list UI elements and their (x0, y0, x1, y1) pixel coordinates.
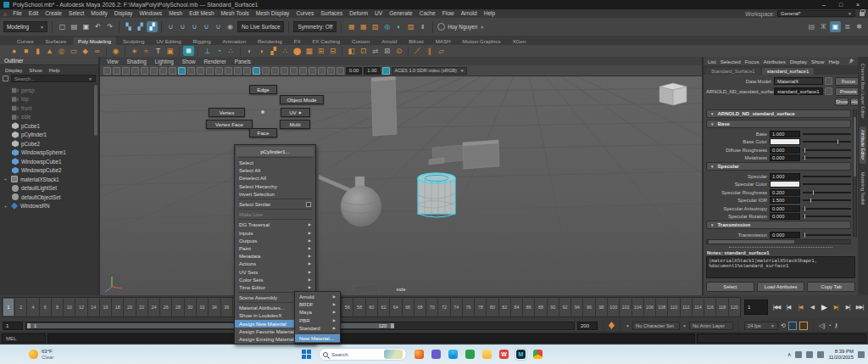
menu-windows[interactable]: Windows (136, 9, 165, 18)
bridge-icon[interactable]: ⊟ (327, 46, 338, 56)
ae-menu-focus[interactable]: Focus (745, 59, 760, 64)
outliner-item-windowspcube1[interactable]: WindowspCube1 (12, 157, 98, 166)
timeline-ruler[interactable]: 1 24681012141618202224262830323436384042… (2, 297, 741, 317)
go-to-end-button[interactable]: ▶▶| (854, 304, 865, 311)
poly-sphere-icon[interactable]: ● (8, 46, 19, 56)
attribute-hscrollbar[interactable] (706, 239, 851, 244)
outliner-item-defaultobjectset[interactable]: defaultObjectSet (12, 193, 98, 202)
outliner-item-pcube1[interactable]: pCube1 (12, 121, 98, 131)
timeline-tick[interactable]: 58 (353, 298, 364, 316)
snap-view-plane-icon[interactable]: ∪ (213, 21, 224, 32)
curve-tool-icon[interactable]: ∗ (129, 46, 140, 56)
poly-count-icon[interactable]: ▦ (183, 46, 194, 56)
wifi-icon[interactable] (806, 351, 813, 358)
outliner-menu-display[interactable]: Display (5, 67, 22, 73)
color-swatch[interactable] (770, 138, 800, 145)
animation-prefs-icon[interactable] (799, 322, 808, 330)
attribute-scrollbar[interactable] (853, 109, 857, 237)
hypershade-icon[interactable]: ◎ (381, 21, 392, 32)
tray-expand-icon[interactable]: ∧ (787, 351, 792, 358)
dolly-tool-icon[interactable] (131, 67, 139, 75)
viewport-menu-renderer[interactable]: Renderer (203, 59, 225, 64)
timeline-tick[interactable]: 68 (414, 298, 426, 316)
multi-cut-icon[interactable]: ／ (412, 46, 423, 56)
go-to-start-button[interactable]: |◀◀ (771, 304, 782, 311)
marking-menu-edge[interactable]: Edge (249, 85, 277, 94)
shelf-tab-mash[interactable]: MASH (431, 37, 456, 45)
attr-value-field[interactable]: 0.000 (770, 147, 800, 154)
section-arnold-nd-standard-surface[interactable]: ▼ARNOLD_ND_standard_surface (706, 109, 851, 118)
menu-generate[interactable]: Generate (386, 9, 416, 18)
field-chart-icon[interactable] (215, 67, 223, 75)
character-icon[interactable] (159, 67, 167, 75)
side-tab-modeling-toolkit[interactable]: Modeling Toolkit (860, 169, 866, 209)
gamma-icon[interactable] (337, 67, 344, 75)
redo-icon[interactable]: ↷ (104, 21, 115, 32)
timeline-tick[interactable]: 6 (39, 298, 51, 316)
outliner-item-persp[interactable]: persp (12, 86, 98, 95)
pause-viewport-icon[interactable]: ‖ (417, 21, 428, 32)
symmetry-field[interactable]: Symmetry: Off (293, 21, 337, 32)
track-tool-icon[interactable] (122, 67, 130, 75)
ae-tab-standard-surface1[interactable]: standard_surface1 (762, 68, 815, 75)
pin-icon[interactable] (849, 59, 854, 64)
color-swatch[interactable] (770, 181, 800, 188)
shelf-tab-uv-editing[interactable]: UV Editing (151, 37, 186, 45)
range-start-handle[interactable] (27, 323, 31, 328)
outliner-item-pcylinder1[interactable]: pCylinder1 (12, 131, 98, 140)
notification-center-icon[interactable] (858, 351, 865, 358)
outliner-item-top[interactable]: top (12, 95, 98, 104)
snap-time-icon[interactable]: ◔ (214, 46, 225, 56)
menu-help[interactable]: Help (481, 9, 499, 18)
ae-menu-help[interactable]: Help (829, 59, 840, 64)
construction-plane-icon[interactable]: ⊥ (202, 46, 213, 56)
ae-menu-show[interactable]: Show (811, 59, 824, 64)
combine-icon[interactable]: ◗ (256, 46, 267, 56)
menu-edit[interactable]: Edit (25, 9, 42, 18)
submenu-brdf[interactable]: BRDF▶ (295, 300, 340, 308)
slider-handle[interactable] (804, 232, 806, 238)
section-transmission[interactable]: ▼Transmission (706, 221, 851, 229)
timeline-tick[interactable]: 12 (75, 298, 86, 316)
anim-snap-icon[interactable]: ⚷ (834, 322, 838, 329)
menu-file[interactable]: File (9, 9, 25, 18)
textured-mode-icon[interactable] (262, 67, 270, 75)
poly-torus-icon[interactable]: ◎ (56, 46, 67, 56)
marking-menu-object-mode[interactable]: Object Mode (280, 95, 324, 104)
extract-icon[interactable]: ∴ (280, 46, 291, 56)
context-menu-dg-traversal[interactable]: DG Traversal▶ (235, 221, 315, 228)
shelf-tab-motion-graphics[interactable]: Motion Graphics (458, 37, 506, 45)
timeline-tick[interactable]: 62 (377, 298, 389, 316)
weather-widget[interactable]: 63°F Clear (29, 349, 53, 361)
step-forward-frame-button[interactable]: ▶| (843, 304, 853, 311)
workspace-selector[interactable]: General* ▼ (777, 10, 855, 17)
node-name-input[interactable]: standard_surface1 (774, 87, 823, 95)
menu-flow[interactable]: Flow (439, 9, 458, 18)
command-input[interactable] (47, 333, 695, 343)
snap-point-icon[interactable]: ∪ (189, 21, 200, 32)
wps-icon[interactable]: W (498, 349, 509, 360)
attr-slider[interactable] (803, 138, 851, 145)
timeline-tick[interactable]: 82 (498, 298, 510, 316)
file-explorer-icon[interactable] (481, 349, 492, 360)
menu-deform[interactable]: Deform (346, 9, 371, 18)
viewport-menu-panels[interactable]: Panels (235, 59, 251, 64)
boolean-icon[interactable]: ◐ (244, 46, 255, 56)
attr-slider[interactable] (803, 173, 851, 180)
menu-create[interactable]: Create (42, 9, 65, 18)
expand-icon[interactable]: + (3, 176, 8, 182)
transfer-attrs-icon[interactable]: ⇄ (370, 46, 381, 56)
attr-slider[interactable] (803, 181, 851, 188)
type-tool-icon[interactable]: ▣ (164, 46, 175, 56)
timeline-tick[interactable]: 94 (570, 298, 582, 316)
timeline-tick[interactable]: 72 (437, 298, 449, 316)
marking-menu-vertex-face[interactable]: Vertex Face (206, 120, 253, 129)
timeline-tick[interactable]: 32 (196, 298, 208, 316)
shelf-tab-arnold[interactable]: Arnold (376, 37, 402, 45)
scene-view[interactable]: side (100, 76, 702, 295)
isolate-select-icon[interactable] (309, 67, 316, 75)
timeline-tick[interactable]: 14 (87, 298, 99, 316)
menu-display[interactable]: Display (111, 9, 136, 18)
workspace-lock-icon[interactable] (860, 12, 865, 16)
make-live-icon[interactable]: ◉ (225, 21, 236, 32)
